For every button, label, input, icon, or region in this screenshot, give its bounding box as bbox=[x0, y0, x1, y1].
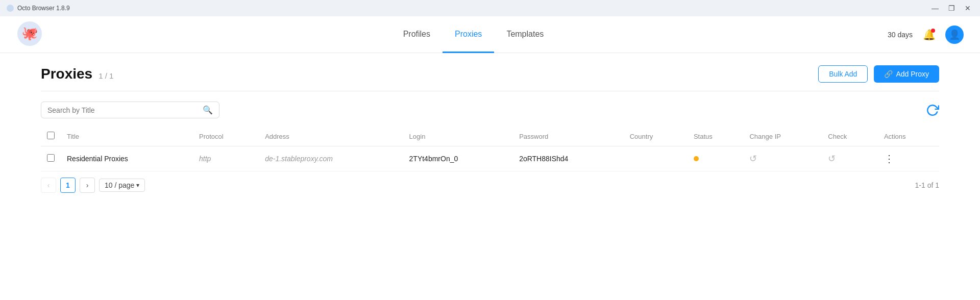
row-checkbox[interactable] bbox=[47, 154, 55, 162]
search-input[interactable] bbox=[47, 106, 199, 114]
select-all-header bbox=[41, 127, 61, 146]
next-page-button[interactable]: › bbox=[80, 178, 95, 193]
window-controls: — ❐ ✕ bbox=[929, 2, 974, 14]
per-page-selector[interactable]: 10 / page ▾ bbox=[99, 179, 145, 192]
col-password: Password bbox=[513, 127, 624, 146]
pagination-left: ‹ 1 › 10 / page ▾ bbox=[41, 178, 145, 193]
row-checkbox-cell bbox=[41, 146, 61, 171]
maximize-button[interactable]: ❐ bbox=[945, 2, 958, 14]
main-nav: Profiles Proxies Templates bbox=[59, 16, 888, 53]
col-country: Country bbox=[624, 127, 688, 146]
page-1-button[interactable]: 1 bbox=[60, 178, 76, 193]
page-count: 1 / 1 bbox=[99, 71, 113, 80]
search-box: 🔍 bbox=[41, 102, 219, 118]
svg-point-0 bbox=[7, 5, 14, 12]
actions-menu-button[interactable]: ⋮ bbox=[884, 153, 894, 165]
app-logo-icon bbox=[6, 4, 14, 12]
col-address: Address bbox=[259, 127, 403, 146]
bulk-add-button[interactable]: Bulk Add bbox=[818, 65, 868, 83]
col-actions: Actions bbox=[878, 127, 939, 146]
user-icon: 👤 bbox=[949, 29, 960, 40]
link-icon: 🔗 bbox=[884, 70, 893, 78]
minimize-button[interactable]: — bbox=[929, 2, 941, 14]
table-row: Residential Proxies http de-1.stableprox… bbox=[41, 146, 939, 171]
row-country bbox=[624, 146, 688, 171]
page-header: Proxies 1 / 1 Bulk Add 🔗 Add Proxy bbox=[41, 65, 939, 83]
logo-icon: 🐙 bbox=[16, 20, 43, 47]
divider bbox=[41, 91, 939, 91]
row-password: 2oRTH88IShd4 bbox=[513, 146, 624, 171]
table-header-row: Title Protocol Address Login Password Co… bbox=[41, 127, 939, 146]
status-dot bbox=[694, 156, 699, 161]
row-title: Residential Proxies bbox=[61, 146, 193, 171]
user-avatar-button[interactable]: 👤 bbox=[945, 26, 964, 44]
navbar-right: 30 days 🔔 👤 bbox=[888, 26, 964, 44]
page-actions: Bulk Add 🔗 Add Proxy bbox=[818, 65, 939, 83]
search-row: 🔍 bbox=[41, 102, 939, 118]
navbar: 🐙 Profiles Proxies Templates 30 days 🔔 👤 bbox=[0, 16, 980, 53]
change-ip-button[interactable]: ↺ bbox=[749, 153, 757, 164]
notification-dot bbox=[931, 29, 935, 33]
page-title-area: Proxies 1 / 1 bbox=[41, 66, 113, 82]
row-change-ip: ↺ bbox=[743, 146, 822, 171]
check-button[interactable]: ↺ bbox=[828, 153, 836, 164]
nav-proxies[interactable]: Proxies bbox=[443, 16, 494, 53]
select-all-checkbox[interactable] bbox=[47, 132, 55, 139]
prev-page-button[interactable]: ‹ bbox=[41, 178, 56, 193]
page-title: Proxies bbox=[41, 66, 92, 82]
logo: 🐙 bbox=[16, 20, 43, 48]
row-login: 2TYt4bmrOn_0 bbox=[403, 146, 513, 171]
nav-templates[interactable]: Templates bbox=[494, 16, 556, 53]
pagination-row: ‹ 1 › 10 / page ▾ 1-1 of 1 bbox=[41, 171, 939, 199]
col-title: Title bbox=[61, 127, 193, 146]
col-login: Login bbox=[403, 127, 513, 146]
notification-button[interactable]: 🔔 bbox=[921, 27, 937, 43]
refresh-button[interactable] bbox=[926, 104, 939, 117]
col-change-ip: Change IP bbox=[743, 127, 822, 146]
app-title: Octo Browser 1.8.9 bbox=[17, 5, 929, 12]
row-status bbox=[688, 146, 744, 171]
row-address: de-1.stableproxy.com bbox=[259, 146, 403, 171]
titlebar: Octo Browser 1.8.9 — ❐ ✕ bbox=[0, 0, 980, 16]
col-status: Status bbox=[688, 127, 744, 146]
col-check: Check bbox=[822, 127, 878, 146]
close-button[interactable]: ✕ bbox=[962, 2, 974, 14]
proxies-table: Title Protocol Address Login Password Co… bbox=[41, 127, 939, 171]
add-proxy-button[interactable]: 🔗 Add Proxy bbox=[874, 65, 939, 83]
nav-profiles[interactable]: Profiles bbox=[391, 16, 443, 53]
refresh-icon bbox=[926, 104, 939, 117]
pagination-info: 1-1 of 1 bbox=[915, 181, 939, 189]
row-protocol: http bbox=[193, 146, 259, 171]
days-badge: 30 days bbox=[888, 31, 913, 39]
row-actions: ⋮ bbox=[878, 146, 939, 171]
search-icon: 🔍 bbox=[203, 105, 213, 115]
page-content: Proxies 1 / 1 Bulk Add 🔗 Add Proxy 🔍 bbox=[0, 53, 980, 199]
col-protocol: Protocol bbox=[193, 127, 259, 146]
svg-text:🐙: 🐙 bbox=[21, 25, 38, 41]
chevron-down-icon: ▾ bbox=[136, 182, 139, 189]
row-check: ↺ bbox=[822, 146, 878, 171]
